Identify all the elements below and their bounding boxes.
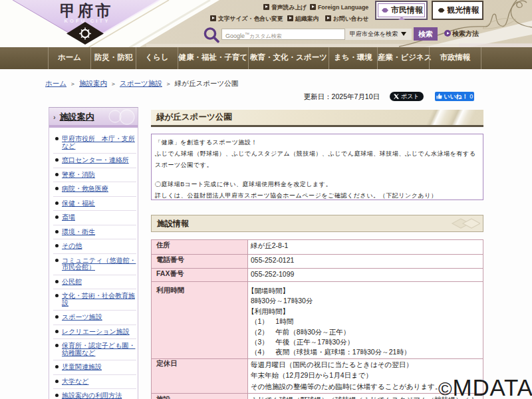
svg-text:KOFU CITY: KOFU CITY — [64, 18, 110, 24]
svg-text:甲府市: 甲府市 — [60, 2, 113, 19]
